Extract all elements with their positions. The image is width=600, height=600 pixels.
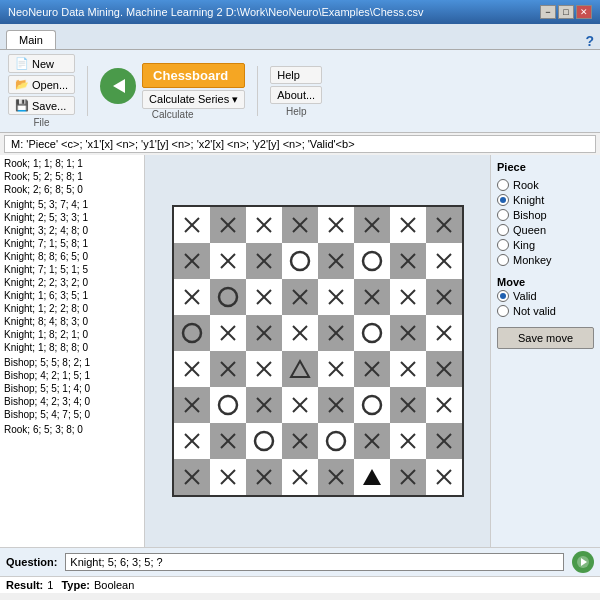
board-cell[interactable] bbox=[354, 315, 390, 351]
board-cell[interactable] bbox=[174, 387, 210, 423]
tab-main[interactable]: Main bbox=[6, 30, 56, 49]
board-cell[interactable] bbox=[210, 207, 246, 243]
list-item[interactable]: Bishop; 5; 4; 7; 5; 0 bbox=[2, 408, 142, 421]
board-cell[interactable] bbox=[282, 459, 318, 495]
board-cell[interactable] bbox=[426, 243, 462, 279]
new-button[interactable]: 📄 New bbox=[8, 54, 75, 73]
board-cell[interactable] bbox=[246, 351, 282, 387]
board-cell[interactable] bbox=[246, 387, 282, 423]
board-cell[interactable] bbox=[390, 243, 426, 279]
board-cell[interactable] bbox=[390, 423, 426, 459]
board-cell[interactable] bbox=[426, 279, 462, 315]
board-cell[interactable] bbox=[318, 315, 354, 351]
board-cell[interactable] bbox=[174, 207, 210, 243]
minimize-button[interactable]: − bbox=[540, 5, 556, 19]
about-button[interactable]: About... bbox=[270, 86, 322, 104]
list-item[interactable]: Knight; 7; 1; 5; 1; 5 bbox=[2, 263, 142, 276]
board-cell[interactable] bbox=[210, 243, 246, 279]
board-cell[interactable] bbox=[318, 459, 354, 495]
board-cell[interactable] bbox=[390, 279, 426, 315]
board-cell[interactable] bbox=[174, 459, 210, 495]
list-item[interactable]: Knight; 1; 6; 3; 5; 1 bbox=[2, 289, 142, 302]
left-panel[interactable]: Rook; 1; 1; 8; 1; 1Rook; 5; 2; 5; 8; 1Ro… bbox=[0, 155, 145, 547]
board-cell[interactable] bbox=[246, 279, 282, 315]
board-cell[interactable] bbox=[426, 423, 462, 459]
move-radio-group[interactable]: ValidNot valid bbox=[497, 290, 594, 317]
piece-radio-knight[interactable]: Knight bbox=[497, 194, 594, 206]
board-cell[interactable] bbox=[318, 351, 354, 387]
list-item[interactable]: Bishop; 4; 2; 3; 4; 0 bbox=[2, 395, 142, 408]
list-item[interactable]: Rook; 2; 6; 8; 5; 0 bbox=[2, 183, 142, 196]
board-cell[interactable] bbox=[426, 207, 462, 243]
board-cell[interactable] bbox=[318, 207, 354, 243]
board-cell[interactable] bbox=[354, 387, 390, 423]
save-move-button[interactable]: Save move bbox=[497, 327, 594, 349]
board-cell[interactable] bbox=[210, 387, 246, 423]
board-cell[interactable] bbox=[210, 459, 246, 495]
piece-radio-bishop[interactable]: Bishop bbox=[497, 209, 594, 221]
list-item[interactable]: Knight; 8; 8; 6; 5; 0 bbox=[2, 250, 142, 263]
list-item[interactable]: Bishop; 5; 5; 1; 4; 0 bbox=[2, 382, 142, 395]
go-button[interactable] bbox=[572, 551, 594, 573]
board-cell[interactable] bbox=[426, 459, 462, 495]
board-cell[interactable] bbox=[174, 279, 210, 315]
question-input[interactable] bbox=[65, 553, 564, 571]
board-cell[interactable] bbox=[282, 351, 318, 387]
move-radio-not-valid[interactable]: Not valid bbox=[497, 305, 594, 317]
save-button[interactable]: 💾 Save... bbox=[8, 96, 75, 115]
board-cell[interactable] bbox=[174, 351, 210, 387]
window-controls[interactable]: − □ ✕ bbox=[540, 5, 592, 19]
list-item[interactable]: Knight; 3; 2; 4; 8; 0 bbox=[2, 224, 142, 237]
list-item[interactable]: Knight; 2; 2; 3; 2; 0 bbox=[2, 276, 142, 289]
list-item[interactable]: Knight; 1; 8; 2; 1; 0 bbox=[2, 328, 142, 341]
board-cell[interactable] bbox=[318, 243, 354, 279]
move-radio-valid[interactable]: Valid bbox=[497, 290, 594, 302]
board-cell[interactable] bbox=[210, 351, 246, 387]
list-item[interactable]: Rook; 5; 2; 5; 8; 1 bbox=[2, 170, 142, 183]
piece-radio-rook[interactable]: Rook bbox=[497, 179, 594, 191]
help-icon[interactable]: ? bbox=[585, 33, 594, 49]
board-cell[interactable] bbox=[354, 459, 390, 495]
list-item[interactable]: Bishop; 4; 2; 1; 5; 1 bbox=[2, 369, 142, 382]
chessboard-button[interactable]: Chessboard bbox=[142, 63, 245, 88]
board-cell[interactable] bbox=[174, 315, 210, 351]
open-button[interactable]: 📂 Open... bbox=[8, 75, 75, 94]
board-cell[interactable] bbox=[426, 351, 462, 387]
chessboard[interactable] bbox=[172, 205, 464, 497]
calculate-icon-button[interactable] bbox=[100, 68, 136, 104]
board-cell[interactable] bbox=[354, 207, 390, 243]
board-cell[interactable] bbox=[210, 279, 246, 315]
board-cell[interactable] bbox=[282, 243, 318, 279]
board-cell[interactable] bbox=[426, 315, 462, 351]
piece-radio-monkey[interactable]: Monkey bbox=[497, 254, 594, 266]
help-button[interactable]: Help bbox=[270, 66, 322, 84]
board-cell[interactable] bbox=[354, 279, 390, 315]
board-cell[interactable] bbox=[354, 351, 390, 387]
list-item[interactable]: Knight; 5; 3; 7; 4; 1 bbox=[2, 198, 142, 211]
list-item[interactable]: Knight; 1; 2; 2; 8; 0 bbox=[2, 302, 142, 315]
piece-radio-group[interactable]: RookKnightBishopQueenKingMonkey bbox=[497, 179, 594, 266]
board-cell[interactable] bbox=[282, 279, 318, 315]
board-cell[interactable] bbox=[354, 243, 390, 279]
board-cell[interactable] bbox=[282, 423, 318, 459]
board-cell[interactable] bbox=[390, 387, 426, 423]
board-cell[interactable] bbox=[246, 315, 282, 351]
board-cell[interactable] bbox=[390, 315, 426, 351]
list-item[interactable]: Knight; 7; 1; 5; 8; 1 bbox=[2, 237, 142, 250]
list-item[interactable]: Knight; 2; 5; 3; 3; 1 bbox=[2, 211, 142, 224]
board-cell[interactable] bbox=[390, 207, 426, 243]
board-cell[interactable] bbox=[246, 423, 282, 459]
board-cell[interactable] bbox=[282, 315, 318, 351]
board-cell[interactable] bbox=[390, 459, 426, 495]
board-cell[interactable] bbox=[354, 423, 390, 459]
board-cell[interactable] bbox=[210, 315, 246, 351]
board-cell[interactable] bbox=[318, 423, 354, 459]
list-item[interactable]: Rook; 6; 5; 3; 8; 0 bbox=[2, 423, 142, 436]
calculate-series-button[interactable]: Calculate Series ▾ bbox=[142, 90, 245, 109]
board-cell[interactable] bbox=[282, 207, 318, 243]
board-cell[interactable] bbox=[390, 351, 426, 387]
board-cell[interactable] bbox=[282, 387, 318, 423]
list-item[interactable]: Bishop; 5; 5; 8; 2; 1 bbox=[2, 356, 142, 369]
board-cell[interactable] bbox=[426, 387, 462, 423]
board-cell[interactable] bbox=[174, 423, 210, 459]
